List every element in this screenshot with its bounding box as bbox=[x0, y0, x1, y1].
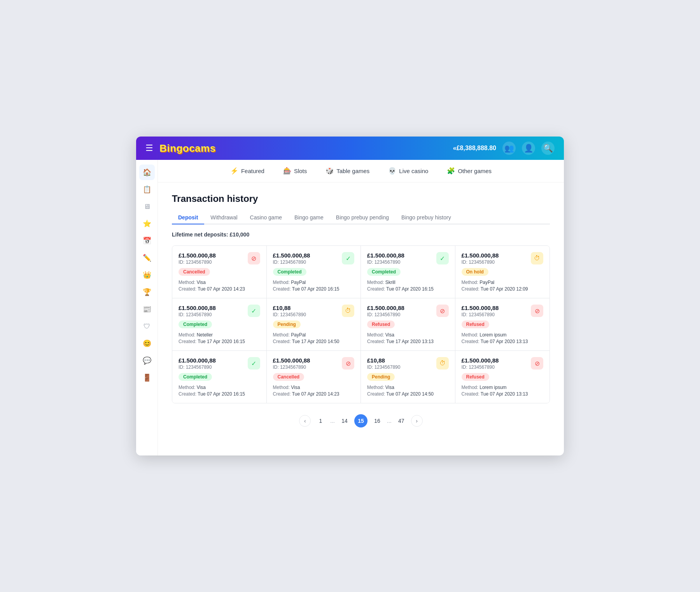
status-icon: ⊘ bbox=[248, 252, 260, 264]
card-created: Created: Tue 07 Apr 2020 13:13 bbox=[462, 391, 544, 397]
card-id: ID: 1234567890 bbox=[367, 364, 400, 370]
next-page-button[interactable]: › bbox=[411, 415, 423, 427]
group-icon[interactable]: 👥 bbox=[502, 142, 516, 155]
page-16-button[interactable]: 16 bbox=[371, 414, 384, 427]
lightning-icon: ⚡ bbox=[230, 167, 238, 175]
sidebar-item-newspaper[interactable]: 📰 bbox=[139, 301, 155, 317]
card-info: £1.500.000,88 ID: 1234567890 bbox=[462, 357, 499, 370]
card-method: Method: Neteller bbox=[178, 332, 260, 338]
transaction-card: £1.500.000,88 ID: 1234567890 ⊘ Cancelled… bbox=[267, 351, 361, 403]
user-icon[interactable]: 👤 bbox=[522, 142, 535, 155]
table-games-icon: 🎲 bbox=[326, 167, 334, 175]
prev-page-button[interactable]: ‹ bbox=[299, 415, 311, 427]
page-15-button[interactable]: 15 bbox=[354, 414, 368, 427]
sidebar-item-star[interactable]: ⭐ bbox=[139, 216, 155, 231]
search-icon[interactable]: 🔍 bbox=[541, 142, 555, 155]
sidebar-item-signout[interactable]: 🚪 bbox=[139, 370, 155, 385]
tab-bingo-prebuy-pending[interactable]: Bingo prebuy pending bbox=[330, 211, 395, 224]
card-created: Created: Tue 07 Apr 2020 16:15 bbox=[367, 286, 449, 292]
card-created: Created: Tue 17 Apr 2020 14:50 bbox=[273, 339, 355, 344]
sidebar-item-home[interactable]: 🏠 bbox=[139, 165, 155, 180]
tab-bingo-game[interactable]: Bingo game bbox=[288, 211, 330, 224]
card-created: Created: Tue 07 Apr 2020 12:09 bbox=[462, 286, 544, 292]
status-icon: ⊘ bbox=[531, 305, 543, 317]
card-method: Method: Visa bbox=[367, 385, 449, 390]
card-id: ID: 1234567890 bbox=[273, 259, 310, 265]
card-header: £1.500.000,88 ID: 1234567890 ✓ bbox=[178, 357, 260, 370]
status-icon: ✓ bbox=[436, 252, 449, 264]
card-header: £10,88 ID: 1234567890 ⏱ bbox=[273, 305, 355, 317]
sidebar-item-grid[interactable]: 📅 bbox=[139, 233, 155, 249]
card-info: £1.500.000,88 ID: 1234567890 bbox=[462, 305, 499, 317]
card-header: £1.500.000,88 ID: 1234567890 ⊘ bbox=[178, 252, 260, 265]
sidebar-item-monitor[interactable]: 🖥 bbox=[139, 199, 155, 214]
pagination: ‹ 1 ... 14 15 16 ... 47 › bbox=[172, 414, 550, 427]
tabs: Deposit Withdrawal Casino game Bingo gam… bbox=[172, 211, 550, 224]
sidebar-item-crown[interactable]: 👑 bbox=[139, 267, 155, 283]
status-badge: Refused bbox=[367, 321, 395, 328]
card-created: Created: Tue 17 Apr 2020 13:13 bbox=[367, 339, 449, 344]
nav-item-live-casino[interactable]: 💀 Live casino bbox=[385, 165, 431, 177]
page-14-button[interactable]: 14 bbox=[338, 414, 351, 427]
tab-withdrawal[interactable]: Withdrawal bbox=[204, 211, 243, 224]
card-amount: £10,88 bbox=[273, 305, 306, 311]
transaction-card: £10,88 ID: 1234567890 ⏱ Pending Method: … bbox=[361, 351, 455, 403]
card-amount: £10,88 bbox=[367, 357, 400, 364]
card-info: £1.500.000,88 ID: 1234567890 bbox=[273, 252, 310, 265]
status-badge: Completed bbox=[273, 268, 306, 276]
status-icon: ⏱ bbox=[436, 357, 449, 370]
nav-item-featured[interactable]: ⚡ Featured bbox=[227, 165, 268, 177]
card-amount: £1.500.000,88 bbox=[178, 252, 216, 259]
hamburger-icon[interactable]: ☰ bbox=[145, 143, 153, 153]
sidebar-item-chat[interactable]: 💬 bbox=[139, 353, 155, 368]
card-info: £1.500.000,88 ID: 1234567890 bbox=[462, 252, 499, 265]
sidebar-item-pencil[interactable]: ✏️ bbox=[139, 250, 155, 266]
card-header: £1.500.000,88 ID: 1234567890 ⊘ bbox=[462, 305, 544, 317]
card-header: £10,88 ID: 1234567890 ⏱ bbox=[367, 357, 449, 370]
tab-bingo-prebuy-history[interactable]: Bingo prebuy history bbox=[395, 211, 457, 224]
card-method: Method: PayPal bbox=[273, 332, 355, 338]
card-id: ID: 1234567890 bbox=[273, 312, 306, 317]
header-right: «£8,388,888.80 👥 👤 🔍 bbox=[453, 142, 555, 155]
nav-label-featured: Featured bbox=[241, 168, 264, 174]
nav-label-live-casino: Live casino bbox=[399, 168, 428, 174]
content-wrapper: 🏠 📋 🖥 ⭐ 📅 ✏️ 👑 🏆 📰 🛡 😊 💬 🚪 ⚡ Featured bbox=[136, 160, 564, 455]
cards-grid: £1.500.000,88 ID: 1234567890 ⊘ Cancelled… bbox=[172, 245, 550, 403]
card-info: £1.500.000,88 ID: 1234567890 bbox=[178, 305, 216, 317]
sidebar-item-calendar[interactable]: 📋 bbox=[139, 182, 155, 197]
page-1-button[interactable]: 1 bbox=[314, 414, 327, 427]
page-47-button[interactable]: 47 bbox=[395, 414, 408, 427]
card-method: Method: PayPal bbox=[273, 280, 355, 285]
card-header: £1.500.000,88 ID: 1234567890 ⊘ bbox=[462, 357, 544, 370]
dots-left: ... bbox=[330, 418, 335, 424]
status-badge: Cancelled bbox=[178, 268, 210, 276]
sidebar-item-trophy[interactable]: 🏆 bbox=[139, 284, 155, 300]
nav-item-other-games[interactable]: 🧩 Other games bbox=[444, 165, 495, 177]
card-method: Method: Visa bbox=[178, 280, 260, 285]
status-icon: ⏱ bbox=[531, 252, 543, 264]
nav-item-slots[interactable]: 🎰 Slots bbox=[280, 165, 310, 177]
card-info: £1.500.000,88 ID: 1234567890 bbox=[178, 252, 216, 265]
status-icon: ⊘ bbox=[342, 357, 354, 370]
card-method: Method: Lorem ipsum bbox=[462, 385, 544, 390]
sidebar-item-face[interactable]: 😊 bbox=[139, 336, 155, 351]
card-id: ID: 1234567890 bbox=[367, 312, 404, 317]
status-badge: Completed bbox=[178, 321, 212, 328]
header-left: ☰ Bingocams bbox=[145, 142, 216, 154]
status-badge: Refused bbox=[462, 321, 489, 328]
transaction-card: £1.500.000,88 ID: 1234567890 ⏱ On hold M… bbox=[455, 246, 550, 298]
card-header: £1.500.000,88 ID: 1234567890 ⊘ bbox=[367, 305, 449, 317]
status-badge: On hold bbox=[462, 268, 488, 276]
card-info: £1.500.000,88 ID: 1234567890 bbox=[178, 357, 216, 370]
card-id: ID: 1234567890 bbox=[273, 364, 310, 370]
transaction-card: £1.500.000,88 ID: 1234567890 ⊘ Refused M… bbox=[361, 298, 455, 351]
card-amount: £1.500.000,88 bbox=[462, 252, 499, 259]
transaction-card: £10,88 ID: 1234567890 ⏱ Pending Method: … bbox=[267, 298, 361, 351]
nav-item-table-games[interactable]: 🎲 Table games bbox=[322, 165, 373, 177]
card-header: £1.500.000,88 ID: 1234567890 ⊘ bbox=[273, 357, 355, 370]
tab-casino-game[interactable]: Casino game bbox=[244, 211, 289, 224]
sidebar-item-shield[interactable]: 🛡 bbox=[139, 319, 155, 334]
sidebar: 🏠 📋 🖥 ⭐ 📅 ✏️ 👑 🏆 📰 🛡 😊 💬 🚪 bbox=[136, 160, 158, 455]
tab-deposit[interactable]: Deposit bbox=[172, 211, 204, 224]
card-amount: £1.500.000,88 bbox=[462, 305, 499, 311]
